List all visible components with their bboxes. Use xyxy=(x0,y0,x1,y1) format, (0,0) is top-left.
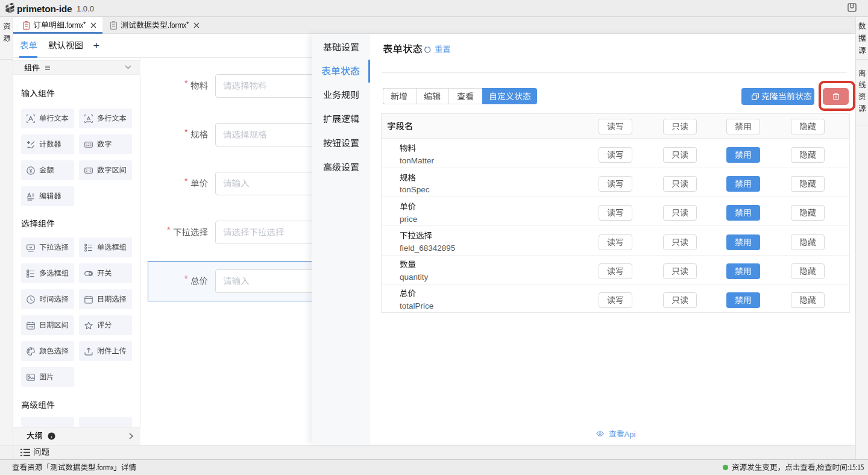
svg-text:1~3: 1~3 xyxy=(86,169,92,172)
svg-text:123: 123 xyxy=(86,143,92,146)
